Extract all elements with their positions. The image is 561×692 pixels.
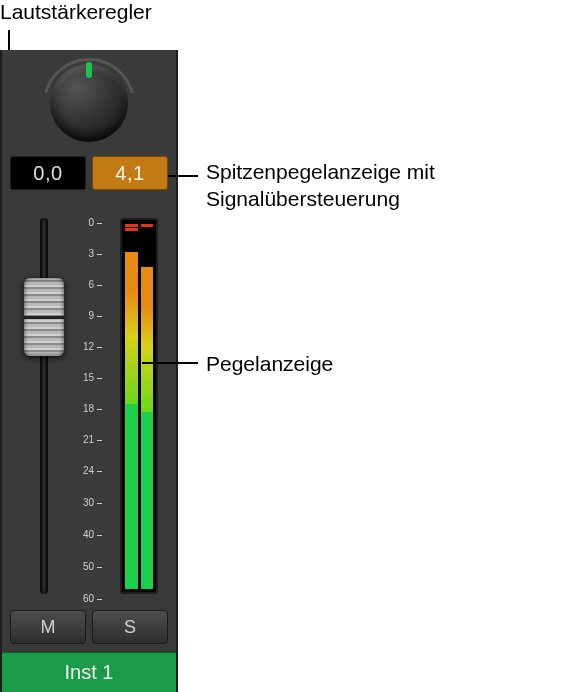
scale-tick: 30	[78, 498, 102, 508]
fader-handle[interactable]	[24, 278, 64, 356]
meter-scale: 0369121518212430405060	[78, 218, 102, 594]
scale-tick: 18	[78, 404, 102, 414]
scale-tick: 21	[78, 435, 102, 445]
scale-tick: 60	[78, 594, 102, 604]
level-meter-left	[125, 252, 138, 589]
scale-tick: 50	[78, 562, 102, 572]
mute-solo-row: M S	[2, 610, 176, 644]
scale-tick: 0	[78, 218, 102, 228]
scale-tick: 6	[78, 280, 102, 290]
annotation-line	[142, 362, 198, 364]
scale-tick: 15	[78, 373, 102, 383]
gain-display[interactable]: 0,0	[10, 156, 86, 190]
clip-indicator-right	[141, 223, 154, 253]
scale-tick: 9	[78, 311, 102, 321]
scale-tick: 24	[78, 466, 102, 476]
mute-button[interactable]: M	[10, 610, 86, 644]
value-row: 0,0 4,1	[2, 156, 176, 190]
annotation-meter-label: Pegelanzeige	[206, 350, 333, 377]
fader-meter-area: 0369121518212430405060	[12, 210, 166, 602]
scale-tick: 12	[78, 342, 102, 352]
track-name-field[interactable]: Inst 1	[2, 652, 176, 692]
scale-tick: 3	[78, 249, 102, 259]
annotation-peak-label: Spitzenpegelanzeige mit Signalübersteuer…	[206, 158, 561, 213]
fader-track[interactable]	[40, 218, 48, 594]
level-meter-right	[141, 267, 154, 589]
level-meter	[120, 218, 158, 594]
meter-clip-row	[125, 223, 153, 253]
annotation-volume-label: Lautstärkeregler	[0, 0, 152, 24]
channel-strip: 0,0 4,1 0369121518212430405060 M S Inst …	[0, 50, 178, 692]
annotation-line	[168, 175, 198, 177]
scale-tick: 40	[78, 530, 102, 540]
solo-button[interactable]: S	[92, 610, 168, 644]
clip-indicator-left	[125, 223, 138, 253]
pan-knob[interactable]	[50, 64, 128, 142]
peak-display[interactable]: 4,1	[92, 156, 168, 190]
